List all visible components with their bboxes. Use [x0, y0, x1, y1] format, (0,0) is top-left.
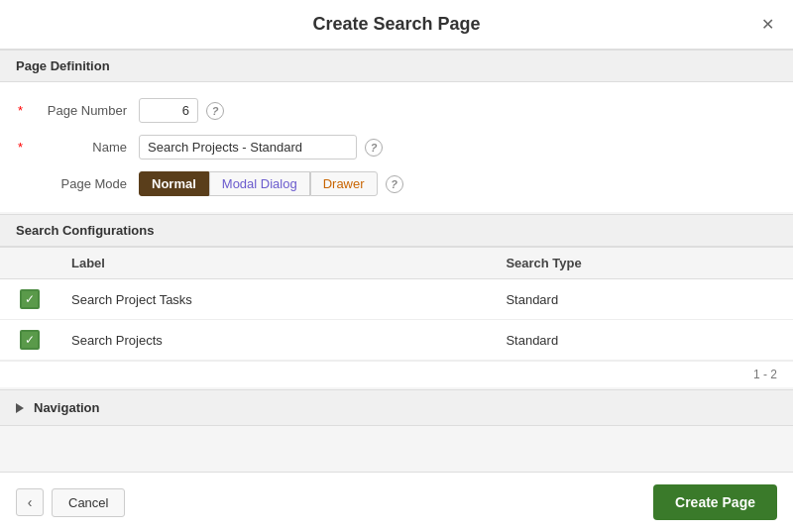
- page-number-help-icon[interactable]: ?: [206, 102, 224, 120]
- cancel-button[interactable]: Cancel: [52, 488, 125, 517]
- page-definition-section: Page Definition * Page Number ? * Name: [0, 50, 793, 212]
- page-number-label: * Page Number: [20, 103, 139, 118]
- search-configurations-table: Label Search Type ✓ Search Project Tasks: [0, 247, 793, 361]
- search-configurations-section: Search Configurations Label Search Type: [0, 214, 793, 387]
- required-star: *: [18, 103, 23, 118]
- mode-drawer-button[interactable]: Drawer: [310, 171, 378, 196]
- page-mode-group: Normal Modal Dialog Drawer: [139, 171, 378, 196]
- search-configurations-header: Search Configurations: [0, 214, 793, 247]
- page-number-row: * Page Number ?: [0, 98, 793, 123]
- page-mode-row: Page Mode Normal Modal Dialog Drawer ?: [0, 171, 793, 196]
- name-help-icon[interactable]: ?: [365, 139, 383, 157]
- pagination-info: 1 - 2: [0, 361, 793, 387]
- page-number-input[interactable]: [139, 98, 198, 123]
- navigation-section: Navigation: [0, 389, 793, 426]
- name-input[interactable]: [139, 135, 357, 160]
- row2-search-type: Standard: [494, 320, 793, 361]
- table-header-row: Label Search Type: [0, 248, 793, 279]
- page-definition-header: Page Definition: [0, 50, 793, 82]
- table-row: ✓ Search Projects Standard: [0, 320, 793, 361]
- close-button[interactable]: ✕: [755, 13, 779, 37]
- modal-dialog: Create Search Page ✕ Page Definition * P…: [0, 0, 793, 532]
- row1-checkbox[interactable]: ✓: [20, 289, 40, 309]
- navigation-label: Navigation: [34, 400, 99, 415]
- modal-header: Create Search Page ✕: [0, 0, 793, 50]
- col-header-search-type: Search Type: [494, 248, 793, 279]
- page-mode-help-icon[interactable]: ?: [386, 175, 403, 193]
- row1-search-type: Standard: [494, 279, 793, 320]
- mode-modal-dialog-button[interactable]: Modal Dialog: [209, 171, 310, 196]
- col-header-label: Label: [59, 248, 494, 279]
- mode-normal-button[interactable]: Normal: [139, 171, 209, 196]
- row1-label: Search Project Tasks: [59, 279, 494, 320]
- row1-checkbox-cell[interactable]: ✓: [0, 279, 59, 320]
- nav-expand-arrow-icon: [16, 403, 24, 413]
- name-row: * Name ?: [0, 135, 793, 160]
- footer-left: ‹ Cancel: [16, 488, 125, 517]
- page-mode-label: Page Mode: [20, 176, 139, 191]
- search-configurations-table-container: Label Search Type ✓ Search Project Tasks: [0, 247, 793, 387]
- modal-title: Create Search Page: [312, 14, 480, 35]
- back-button[interactable]: ‹: [16, 488, 44, 516]
- table-row: ✓ Search Project Tasks Standard: [0, 279, 793, 320]
- row2-checkbox-cell[interactable]: ✓: [0, 320, 59, 361]
- row2-checkbox[interactable]: ✓: [20, 330, 40, 350]
- create-page-button[interactable]: Create Page: [653, 484, 777, 520]
- modal-body: Page Definition * Page Number ? * Name: [0, 50, 793, 472]
- page-definition-body: * Page Number ? * Name ?: [0, 82, 793, 212]
- navigation-header[interactable]: Navigation: [0, 390, 793, 426]
- col-header-checkbox: [0, 248, 59, 279]
- row2-label: Search Projects: [59, 320, 494, 361]
- required-star-name: *: [18, 140, 23, 155]
- name-label: * Name: [20, 140, 139, 155]
- modal-footer: ‹ Cancel Create Page: [0, 472, 793, 532]
